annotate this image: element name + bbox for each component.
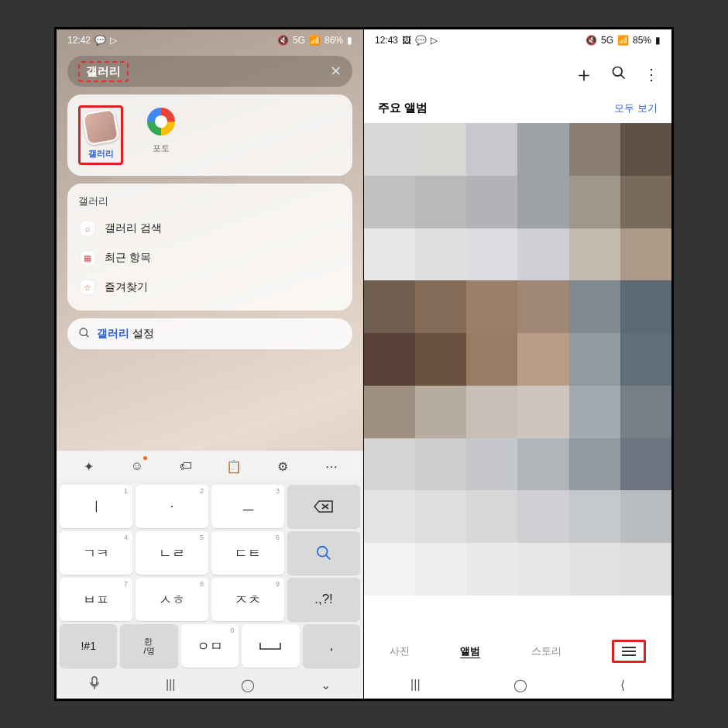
net-label: 5G: [601, 35, 613, 46]
home-icon[interactable]: ◯: [513, 678, 527, 692]
mosaic-tile: [364, 123, 415, 176]
key-om[interactable]: ㅇㅁ0: [181, 624, 239, 668]
app-gallery[interactable]: 갤러리: [78, 105, 123, 165]
settings-icon[interactable]: ⚙: [273, 456, 293, 476]
right-screenshot: 12:43 🖼 💬 ▷ 🔇 5G 📶 85% ▮ ＋ ⋮ 주요 앨범 모두 보기: [364, 29, 671, 699]
hamburger-icon: [622, 647, 636, 656]
app-photos[interactable]: 포토: [139, 105, 184, 165]
mosaic-tile: [569, 438, 620, 491]
mosaic-tile: [415, 543, 466, 596]
key-sh[interactable]: ㅅㅎ8: [136, 578, 208, 621]
tab-photos[interactable]: 사진: [390, 644, 410, 658]
key-dot[interactable]: ·2: [136, 485, 208, 528]
status-time: 12:43: [375, 35, 398, 46]
play-icon: ▷: [431, 35, 438, 46]
key-symbols[interactable]: !#1: [60, 624, 117, 668]
ai-icon[interactable]: ✦: [78, 456, 98, 476]
dropdown-icon[interactable]: ⌄: [321, 678, 331, 692]
mosaic-tile: [620, 490, 671, 543]
mosaic-tile: [620, 386, 671, 438]
key-gk[interactable]: ㄱㅋ4: [60, 531, 132, 575]
more-icon[interactable]: ⋯: [321, 456, 342, 476]
mosaic-tile: [569, 123, 620, 176]
mosaic-tile: [364, 543, 415, 596]
tab-stories[interactable]: 스토리: [531, 644, 561, 658]
mosaic-tile: [517, 176, 568, 228]
tab-albums[interactable]: 앨범: [460, 644, 480, 658]
subheader: 주요 앨범 모두 보기: [364, 98, 671, 123]
key-space[interactable]: [242, 624, 299, 668]
key-dt[interactable]: ㄷㅌ6: [211, 531, 284, 575]
key-jc[interactable]: ㅈㅊ9: [211, 578, 284, 621]
recent-icon[interactable]: |||: [166, 678, 175, 692]
search-icon[interactable]: [611, 65, 627, 84]
sticker-icon[interactable]: 🏷: [176, 456, 196, 476]
mute-icon: 🔇: [277, 35, 289, 46]
svg-point-0: [80, 328, 87, 335]
plus-icon[interactable]: ＋: [574, 61, 594, 88]
action-gallery-search[interactable]: ⌕ 갤러리 검색: [78, 216, 342, 241]
mosaic-tile: [364, 280, 415, 333]
svg-point-8: [613, 67, 623, 76]
battery-pct: 85%: [633, 35, 651, 46]
chat-icon: 💬: [94, 35, 106, 46]
mosaic-tile: [620, 176, 671, 228]
see-all-link[interactable]: 모두 보기: [614, 101, 658, 115]
app-label: 포토: [153, 143, 170, 154]
clear-icon[interactable]: ✕: [330, 63, 342, 80]
mosaic-tile: [620, 543, 671, 596]
clipboard-icon[interactable]: 📋: [224, 456, 244, 476]
mosaic-tile: [415, 490, 466, 543]
mosaic-tile: [466, 490, 517, 543]
search-field[interactable]: 갤러리 ✕: [67, 56, 352, 87]
mosaic-tile: [620, 228, 671, 281]
key-comma[interactable]: ,: [303, 624, 360, 668]
mosaic-tile: [466, 280, 517, 333]
key-search[interactable]: [287, 531, 360, 575]
recent-icon[interactable]: |||: [410, 678, 420, 692]
mosaic-tile: [415, 333, 466, 386]
emoji-icon[interactable]: ☺: [127, 456, 147, 476]
mosaic-tile: [466, 333, 517, 386]
key-punct[interactable]: .,?!: [287, 578, 360, 621]
app-label: 갤러리: [88, 148, 114, 160]
svg-line-1: [86, 335, 88, 337]
search-icon: [78, 327, 91, 342]
key-nr[interactable]: ㄴㄹ5: [136, 531, 208, 575]
key-eu[interactable]: ㅡ3: [211, 485, 284, 528]
app-results-card: 갤러리 포토: [67, 94, 352, 176]
menu-button[interactable]: [612, 640, 646, 663]
home-icon[interactable]: ◯: [241, 678, 255, 692]
mosaic-tile: [517, 490, 568, 543]
mosaic-tile: [620, 333, 671, 386]
svg-line-5: [326, 555, 331, 560]
action-recent[interactable]: ▦ 최근 항목: [78, 246, 342, 270]
more-vert-icon[interactable]: ⋮: [644, 65, 658, 84]
gallery-header: ＋ ⋮: [364, 51, 671, 98]
mosaic-tile: [517, 333, 568, 386]
mosaic-tile: [517, 438, 568, 491]
mosaic-tile: [620, 123, 671, 176]
back-icon[interactable]: ⟨: [620, 678, 625, 692]
mosaic-tile: [415, 228, 466, 281]
mosaic-tile: [569, 176, 620, 228]
net-label: 5G: [293, 35, 305, 46]
mosaic-tile: [466, 386, 517, 438]
battery-icon: ▮: [347, 35, 352, 46]
key-lang[interactable]: 한/영: [120, 624, 177, 668]
action-favorites[interactable]: ☆ 즐겨찾기: [78, 275, 342, 300]
mosaic-tile: [620, 438, 671, 491]
mic-icon[interactable]: [89, 676, 100, 693]
mosaic-tile: [517, 386, 568, 438]
key-bp[interactable]: ㅂㅍ7: [60, 578, 132, 621]
mosaic-tile: [466, 176, 517, 228]
suggest-rest: 설정: [129, 327, 154, 339]
bottom-tabs: 사진 앨범 스토리: [364, 632, 671, 671]
suggestion-pill[interactable]: 갤러리 설정: [67, 318, 352, 349]
mosaic-tile: [415, 176, 466, 228]
key-i[interactable]: ㅣ1: [60, 485, 132, 528]
album-mosaic[interactable]: [364, 123, 671, 596]
mosaic-tile: [364, 438, 415, 491]
battery-icon: ▮: [655, 35, 661, 46]
key-backspace[interactable]: [287, 485, 360, 528]
